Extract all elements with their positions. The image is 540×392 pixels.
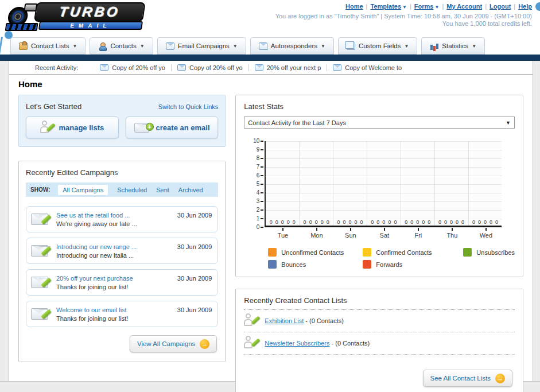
divider: | xyxy=(514,3,515,10)
contact-list-count: - (0 Contacts) xyxy=(332,340,370,347)
contact-list-link[interactable]: Exhibition List xyxy=(265,317,304,324)
statistics-icon xyxy=(430,42,438,50)
chevron-down-icon: ▼ xyxy=(140,44,145,49)
bar-value-label: 0 xyxy=(438,219,441,225)
campaign-row[interactable]: See us at the retail food ... We're givi… xyxy=(26,206,218,232)
x-tick-label: Thu xyxy=(435,227,469,239)
bar-value-label: 0 xyxy=(388,219,391,225)
header-nav-link[interactable]: My Account xyxy=(446,3,482,10)
header-nav-link[interactable]: Forms▼ xyxy=(414,3,440,10)
stats-period-dropdown[interactable]: Contact Activity for the Last 7 Days ▼ xyxy=(244,117,515,129)
recent-campaigns-title: Recently Edited Campaigns xyxy=(26,168,218,177)
contact-list-row[interactable]: Newsletter Subscribers - (0 Contacts) xyxy=(244,332,515,355)
navy-divider-bar xyxy=(0,55,540,61)
legend-swatch xyxy=(363,260,371,269)
get-started-panel: Let's Get Started Switch to Quick Links … xyxy=(18,95,226,147)
bar-value-label: 0 xyxy=(343,219,345,225)
view-all-campaigns-button[interactable]: View All Campaigns → xyxy=(130,335,217,352)
bar-value-label: 0 xyxy=(405,219,407,225)
bar-value-label: 0 xyxy=(315,219,318,225)
credits-info: You have 1,000 total credits left. xyxy=(275,20,532,28)
tab-email-campaigns[interactable]: Email Campaigns ▼ xyxy=(157,37,246,55)
recent-activity-item[interactable]: Copy of 20% off yo xyxy=(172,64,249,71)
campaign-row[interactable]: 20% off your next purchase Thanks for jo… xyxy=(26,269,218,296)
campaign-filter-bar: SHOW: All CampaignsScheduledSentArchived xyxy=(26,183,218,197)
campaign-filter-tab[interactable]: All Campaigns xyxy=(58,185,108,195)
legend-swatch xyxy=(363,248,371,257)
legend-item: Unsubscribes xyxy=(463,248,515,257)
contact-list-row[interactable]: Exhibition List - (0 Contacts) xyxy=(244,310,515,332)
header-nav-item: Help xyxy=(518,3,532,10)
bar-value-label: 0 xyxy=(304,219,306,225)
y-tick-label: 1 xyxy=(247,215,263,223)
recent-contact-lists-title: Recently Created Contact Lists xyxy=(244,296,515,310)
campaign-date: 30 Jun 2009 xyxy=(177,243,212,250)
arrow-right-icon: → xyxy=(200,339,209,349)
recent-activity-item[interactable]: 20% off your next p xyxy=(249,64,328,71)
chevron-down-icon: ▼ xyxy=(506,120,511,126)
bar-value-label: 0 xyxy=(382,219,385,225)
bar-value-label: 0 xyxy=(355,219,358,225)
legend-item: Confirmed Contacts xyxy=(363,248,463,257)
logo-text-email: EMAIL xyxy=(38,21,143,30)
chevron-down-icon: ▼ xyxy=(233,44,238,49)
divider: | xyxy=(442,3,444,10)
tab-custom-fields[interactable]: Custom Fields ▼ xyxy=(338,37,417,55)
decorative-blue-dot xyxy=(535,2,540,11)
x-tick-label: Tue xyxy=(266,227,300,239)
tab-autoresponders[interactable]: Autoresponders ▼ xyxy=(250,37,334,55)
contact-list-link[interactable]: Newsletter Subscribers xyxy=(265,340,329,347)
envelope-icon xyxy=(333,64,341,71)
tab-statistics[interactable]: Statistics ▼ xyxy=(421,37,485,55)
x-tick-label: Sat xyxy=(367,227,401,239)
switch-quick-links-link[interactable]: Switch to Quick Links xyxy=(158,103,219,110)
bar-value-label: 0 xyxy=(450,219,453,225)
content-frame: Recent Activity: Copy of 20% off yo Copy… xyxy=(9,61,533,382)
edit-list-icon xyxy=(40,121,54,134)
email-campaigns-icon xyxy=(166,42,174,50)
chart-day-group: 00000 xyxy=(266,141,300,226)
header-nav-link[interactable]: Home xyxy=(345,3,363,10)
recent-activity-item[interactable]: Copy of 20% off yo xyxy=(94,64,172,71)
y-tick-label: 3 xyxy=(247,197,263,205)
tab-contacts[interactable]: Contacts ▼ xyxy=(90,37,153,55)
campaign-filter-tab[interactable]: Archived xyxy=(178,187,203,193)
get-started-title: Let's Get Started xyxy=(26,102,81,111)
divider: | xyxy=(366,3,368,10)
bar-value-label: 0 xyxy=(461,219,464,225)
campaign-title-link[interactable]: 20% off your next purchase xyxy=(56,275,172,282)
envelope-icon xyxy=(177,64,186,71)
bar-value-label: 0 xyxy=(490,219,492,225)
bar-value-label: 0 xyxy=(495,219,498,225)
bar-value-label: 0 xyxy=(376,219,379,225)
decorative-blue-dot xyxy=(5,31,13,39)
tab-contact-lists[interactable]: Contact Lists ▼ xyxy=(10,37,86,55)
see-all-contact-lists-button[interactable]: See All Contact Lists → xyxy=(423,370,512,387)
header-nav-link[interactable]: Help xyxy=(518,3,532,10)
login-info: You are logged in as "Timothy Smith" | S… xyxy=(275,13,532,20)
logo-text-turbo: TURBO xyxy=(34,2,146,22)
header-nav-link[interactable]: Logout xyxy=(490,3,511,10)
campaign-row[interactable]: Welcome to our email list Thanks for joi… xyxy=(26,301,218,327)
create-email-button[interactable]: + create an email xyxy=(126,117,219,138)
header-nav-link[interactable]: Templates▼ xyxy=(370,3,407,10)
bar-value-label: 0 xyxy=(321,219,324,225)
latest-stats-panel: Latest Stats Contact Activity for the La… xyxy=(235,95,523,277)
recent-activity-item[interactable]: Copy of Welcome to xyxy=(327,64,407,71)
bar-value-label: 0 xyxy=(416,219,419,225)
manage-lists-button[interactable]: manage lists xyxy=(26,117,119,138)
campaign-title-link[interactable]: See us at the retail food ... xyxy=(56,212,172,219)
campaign-filter-tab[interactable]: Sent xyxy=(156,187,169,193)
contact-activity-chart: 109876543210 000000000000000000000000000… xyxy=(244,141,515,239)
y-tick-label: 2 xyxy=(247,206,263,214)
campaign-filter-tab[interactable]: Scheduled xyxy=(117,187,147,193)
new-email-icon: + xyxy=(134,122,151,133)
campaign-row[interactable]: Introducing our new range ... Introducin… xyxy=(26,238,218,264)
campaign-title-link[interactable]: Introducing our new range ... xyxy=(56,243,172,250)
autoresponders-icon xyxy=(259,42,267,50)
bar-value-label: 0 xyxy=(478,219,481,225)
campaign-title-link[interactable]: Welcome to our email list xyxy=(56,306,172,313)
legend-item: Forwards xyxy=(363,260,463,269)
edit-email-icon xyxy=(31,243,50,258)
bar-value-label: 0 xyxy=(281,219,284,225)
